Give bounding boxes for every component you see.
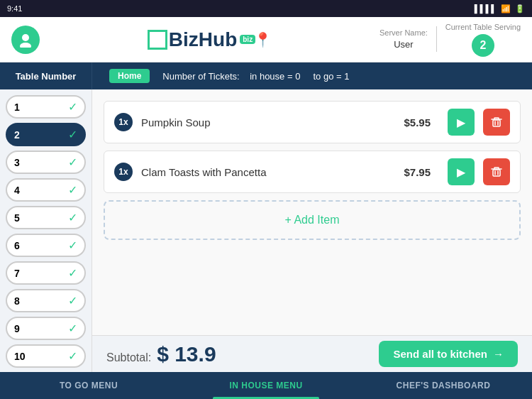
svg-rect-3 [493, 170, 500, 176]
table-item-3[interactable]: 3 ✓ [6, 151, 86, 174]
table-check-icon: ✓ [68, 349, 77, 363]
current-table-block: Current Table Serving 2 [445, 22, 521, 57]
in-house-value: 0 [295, 71, 300, 82]
send-all-button[interactable]: Send all to kitchen → [379, 341, 518, 367]
table-check-icon: ✓ [68, 239, 77, 252]
table-number: 10 [14, 351, 26, 362]
logo: BizHub biz 📍 [148, 28, 272, 51]
in-house-label: in house = [250, 71, 292, 82]
subtotal-section: Subtotal: $ 13.9 [106, 342, 216, 366]
battery-icon: 🔋 [515, 4, 525, 13]
table-number: 7 [14, 268, 20, 279]
header-divider [436, 26, 437, 52]
status-bar: 9:41 ▌▌▌▌ 📶 🔋 [0, 0, 532, 17]
table-item-4[interactable]: 4 ✓ [6, 178, 86, 202]
server-name-block: Server Name: User [379, 28, 428, 52]
send-item-button[interactable]: ▶ [448, 158, 475, 185]
home-tag[interactable]: Home [109, 69, 150, 83]
add-item-button[interactable]: + Add Item [104, 200, 521, 240]
table-number: 4 [14, 185, 20, 196]
table-item-9[interactable]: 9 ✓ [6, 317, 86, 340]
sidebar: 1 ✓ 2 ✓ 3 ✓ 4 ✓ 5 ✓ 6 ✓ 7 ✓ 8 ✓ 9 ✓ 10 ✓… [0, 89, 92, 388]
table-check-icon: ✓ [68, 183, 77, 197]
header-avatar[interactable] [11, 26, 40, 54]
subtotal-label: Subtotal: [106, 351, 151, 364]
server-name-label: Server Name: [379, 28, 428, 38]
current-table-badge: 2 [472, 34, 494, 57]
item-price: $7.95 [404, 166, 431, 178]
table-number: 6 [14, 240, 20, 251]
server-info: Server Name: User Current Table Serving … [379, 22, 521, 57]
item-quantity: 1x [114, 163, 133, 181]
table-number-label: Table Number [16, 71, 77, 82]
table-check-icon: ✓ [68, 155, 77, 169]
item-name: Pumpkin Soup [141, 116, 395, 129]
table-item-7[interactable]: 7 ✓ [6, 261, 86, 285]
tab-chef's-dashboard[interactable]: CHEF'S DASHBOARD [355, 372, 532, 399]
table-check-icon: ✓ [68, 211, 77, 224]
wifi-icon: 📶 [501, 4, 511, 13]
table-item-1[interactable]: 1 ✓ [6, 95, 86, 119]
bottom-tabs: TO GO MENUIN HOUSE MENUCHEF'S DASHBOARD [0, 372, 532, 399]
item-quantity: 1x [114, 113, 133, 131]
order-items-list: 1x Pumpkin Soup $5.95 ▶ 1x Clam Toasts w… [104, 101, 521, 193]
svg-rect-2 [493, 120, 500, 126]
logo-badge: biz [240, 35, 255, 44]
table-check-icon: ✓ [68, 128, 77, 141]
server-name-value: User [379, 38, 428, 51]
order-item-1: 1x Clam Toasts with Pancetta $7.95 ▶ [104, 151, 521, 193]
svg-point-1 [20, 43, 31, 48]
table-item-6[interactable]: 6 ✓ [6, 234, 86, 257]
table-check-icon: ✓ [68, 266, 77, 280]
table-number: 5 [14, 212, 20, 224]
tab-to-go-menu[interactable]: TO GO MENU [0, 372, 177, 399]
table-number: 2 [14, 129, 20, 141]
table-check-icon: ✓ [68, 294, 77, 307]
table-number: 8 [14, 295, 20, 307]
subtotal-bar: Subtotal: $ 13.9 Send all to kitchen → [92, 335, 532, 372]
logo-text-biz: BizHub [169, 28, 237, 51]
table-item-5[interactable]: 5 ✓ [6, 206, 86, 229]
logo-pin-icon: 📍 [254, 31, 272, 48]
tab-in-house-menu[interactable]: IN HOUSE MENU [177, 372, 355, 399]
table-item-10[interactable]: 10 ✓ [6, 344, 86, 368]
subtotal-amount: $ 13.9 [157, 342, 216, 366]
signal-icon: ▌▌▌▌ [475, 4, 497, 13]
send-button-label: Send all to kitchen [393, 348, 487, 360]
order-item-0: 1x Pumpkin Soup $5.95 ▶ [104, 101, 521, 143]
to-go-label: to go = [313, 71, 341, 82]
table-check-icon: ✓ [68, 322, 77, 335]
table-check-icon: ✓ [68, 100, 77, 114]
sub-header: Table Number Home Number of Tickets: in … [0, 62, 532, 89]
table-number: 1 [14, 102, 20, 113]
table-number: 9 [14, 323, 20, 334]
send-item-button[interactable]: ▶ [448, 109, 475, 136]
add-item-label: + Add Item [285, 214, 340, 226]
svg-point-0 [22, 34, 29, 41]
send-button-arrow: → [493, 348, 504, 360]
current-table-label: Current Table Serving [445, 22, 521, 33]
table-item-8[interactable]: 8 ✓ [6, 289, 86, 312]
table-item-2[interactable]: 2 ✓ [6, 123, 86, 146]
tickets-label: Number of Tickets: in house = 0 to go = … [162, 71, 349, 82]
status-time: 9:41 [7, 4, 22, 13]
header: BizHub biz 📍 Server Name: User Current T… [0, 17, 532, 62]
table-number: 3 [14, 157, 20, 168]
item-name: Clam Toasts with Pancetta [141, 166, 395, 178]
logo-circle [148, 30, 167, 50]
to-go-value: 1 [344, 71, 349, 82]
delete-item-button[interactable] [483, 109, 510, 136]
status-icons: ▌▌▌▌ 📶 🔋 [475, 4, 525, 13]
item-price: $5.95 [404, 116, 431, 129]
delete-item-button[interactable] [483, 158, 510, 185]
